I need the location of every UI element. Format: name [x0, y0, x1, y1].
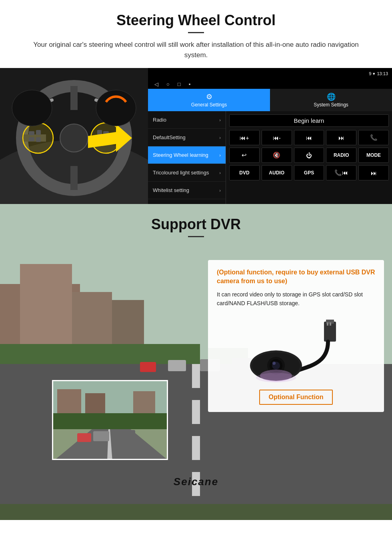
section-subtitle: Your original car's steering wheel contr…	[32, 40, 360, 60]
menu-item-steering-label: Steering Wheel learning	[153, 152, 208, 158]
call-button[interactable]: 📞	[358, 130, 389, 145]
gear-icon: ⚙	[206, 92, 212, 101]
control-row-1: ⏮+ ⏮- ⏮ ⏭ 📞	[229, 130, 389, 145]
svg-rect-45	[53, 413, 168, 429]
dvd-button[interactable]: DVD	[229, 165, 260, 180]
globe-icon: 🌐	[327, 92, 336, 101]
svg-rect-42	[77, 433, 91, 442]
control-row-3: DVD AUDIO GPS 📞⏮ ⏭	[229, 165, 389, 180]
title-divider	[188, 32, 204, 33]
status-icons: 9 ▾ 13:13	[369, 71, 388, 76]
hangup-button[interactable]: ↩	[229, 148, 260, 163]
status-bar: 9 ▾ 13:13	[148, 68, 392, 79]
dvr-background: Support DVR	[0, 204, 392, 520]
signal-icon: 9	[369, 71, 371, 76]
back-nav-icon[interactable]: ◁	[154, 81, 158, 87]
power-button[interactable]: ⏻	[294, 148, 324, 163]
steering-content: 9 ▾ 13:13 ◁ ○ □ ▪ ⚙ General Settings 🌐 S…	[0, 68, 392, 204]
menu-item-radio[interactable]: Radio ›	[148, 111, 226, 129]
tab-system-settings[interactable]: 🌐 System Settings	[270, 89, 392, 111]
dvr-inset-photo	[52, 380, 168, 460]
chevron-right-icon: ›	[219, 188, 221, 193]
svg-rect-43	[93, 431, 109, 441]
svg-rect-10	[29, 131, 34, 135]
optional-badge-container: Optional Function	[217, 386, 375, 405]
menu-item-tricolor[interactable]: Tricoloured light settings ›	[148, 164, 226, 182]
svg-rect-11	[29, 137, 34, 141]
svg-rect-34	[168, 360, 186, 371]
android-ui-panel: 9 ▾ 13:13 ◁ ○ □ ▪ ⚙ General Settings 🌐 S…	[148, 68, 392, 204]
next-button[interactable]: ⏭	[326, 130, 356, 145]
menu-item-steering[interactable]: Steering Wheel learning ›	[148, 146, 226, 164]
settings-tabs: ⚙ General Settings 🌐 System Settings	[148, 89, 392, 111]
menu-item-default[interactable]: DefaultSetting ›	[148, 129, 226, 146]
tab-general-settings[interactable]: ⚙ General Settings	[148, 89, 270, 111]
chevron-right-icon: ›	[219, 170, 221, 175]
chevron-right-icon: ›	[219, 118, 221, 122]
dvr-camera-svg	[240, 314, 352, 386]
page-title: Steering Wheel Control	[16, 12, 376, 29]
svg-rect-31	[192, 436, 200, 460]
inset-road-svg	[53, 381, 168, 460]
tab-system-label: System Settings	[314, 102, 348, 108]
seicane-logo: Seicane	[174, 476, 218, 488]
svg-point-19	[12, 90, 52, 126]
audio-button[interactable]: AUDIO	[262, 165, 292, 180]
menu-item-whitelist-label: Whitelist setting	[153, 187, 189, 193]
begin-learn-button[interactable]: Begin learn	[229, 114, 389, 127]
svg-rect-30	[192, 400, 200, 424]
call-prev-button[interactable]: 📞⏮	[326, 165, 356, 180]
menu-list: Radio › DefaultSetting › Steering Wheel …	[148, 111, 226, 204]
dvr-title: Support DVR	[0, 216, 392, 233]
vol-up-button[interactable]: ⏮+	[229, 130, 260, 145]
recents-nav-icon[interactable]: □	[178, 81, 181, 87]
menu-item-radio-label: Radio	[153, 117, 166, 123]
svg-rect-47	[57, 389, 81, 413]
mute-button[interactable]: 🔇	[262, 148, 292, 163]
svg-point-7	[60, 124, 88, 152]
svg-rect-49	[133, 391, 155, 413]
wifi-icon: ▾	[373, 71, 375, 76]
steering-wheel-graphic	[0, 68, 148, 204]
svg-rect-12	[36, 130, 41, 135]
chevron-right-icon: ›	[219, 153, 221, 158]
settings-menu: Radio › DefaultSetting › Steering Wheel …	[148, 111, 392, 204]
steering-section: Steering Wheel Control Your original car…	[0, 0, 392, 60]
chevron-right-icon: ›	[219, 135, 221, 140]
call-next-button[interactable]: ⏭	[358, 165, 389, 180]
svg-rect-29	[192, 364, 200, 388]
time-display: 13:13	[377, 71, 388, 76]
dvr-divider	[188, 236, 204, 237]
gps-button[interactable]: GPS	[294, 165, 324, 180]
dvr-info-box: (Optional function, require to buy exter…	[208, 260, 384, 412]
svg-rect-44	[117, 430, 135, 441]
tab-general-label: General Settings	[191, 102, 227, 108]
menu-item-tricolor-label: Tricoloured light settings	[153, 170, 209, 176]
dvr-title-overlay: Support DVR	[0, 204, 392, 241]
svg-rect-38	[0, 504, 392, 520]
svg-rect-33	[140, 362, 156, 372]
svg-point-59	[272, 362, 276, 365]
menu-item-default-label: DefaultSetting	[153, 134, 186, 140]
dvr-section: Support DVR	[0, 204, 392, 520]
svg-point-61	[256, 373, 296, 382]
dvr-info-text: It can record video only to storage in G…	[217, 290, 375, 308]
optional-function-badge: Optional Function	[259, 390, 333, 405]
svg-point-20	[96, 90, 136, 126]
svg-rect-13	[36, 137, 41, 142]
svg-rect-52	[327, 322, 328, 326]
menu-nav-icon[interactable]: ▪	[189, 81, 191, 87]
dvr-camera-image	[240, 314, 352, 386]
svg-rect-53	[330, 322, 331, 326]
menu-item-whitelist[interactable]: Whitelist setting ›	[148, 182, 226, 199]
svg-rect-48	[85, 393, 105, 413]
mode-button[interactable]: MODE	[358, 148, 389, 163]
control-row-2: ↩ 🔇 ⏻ RADIO MODE	[229, 148, 389, 163]
vol-down-button[interactable]: ⏮-	[262, 130, 292, 145]
svg-rect-16	[97, 130, 102, 135]
control-buttons-panel: Begin learn ⏮+ ⏮- ⏮ ⏭ 📞 ↩ 🔇 ⏻ RADIO MODE…	[226, 111, 392, 204]
nav-bar: ◁ ○ □ ▪	[148, 79, 392, 89]
radio-button[interactable]: RADIO	[326, 148, 356, 163]
prev-button[interactable]: ⏮	[294, 130, 324, 145]
home-nav-icon[interactable]: ○	[166, 81, 170, 87]
